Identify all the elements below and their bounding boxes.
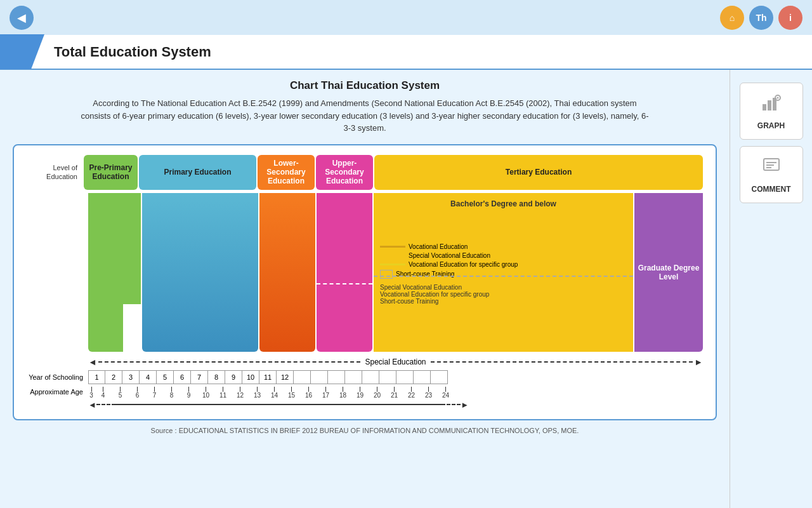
age-17: 17 [317,387,334,399]
year-cell-4: 4 [140,370,157,384]
age-18: 18 [334,387,351,399]
graph-button[interactable]: GRAPH [740,83,803,140]
timeline-arrow-right: ► [461,400,469,410]
graduate-body: Graduate Degree Level [634,193,703,352]
main-content: Chart Thai Education System According to… [0,70,812,508]
header-nav: ⌂ Th i [720,6,802,30]
primary-block: Primary Education [139,155,256,190]
special-edu-dashed-right [431,361,693,363]
level-of-education-label: Level of Education [27,163,84,182]
year-cell-10: 10 [242,370,259,384]
special-edu-bar: ◄ Special Education ► [88,357,703,367]
age-21: 21 [386,387,403,399]
level-header-row: Level of Education Pre-Primary Education… [27,155,703,190]
comment-label: COMMENT [752,185,791,194]
tertiary-block: Tertiary Education [374,155,703,190]
age-14: 14 [266,387,283,399]
vocational-specific-text2: Vocational Education for specific group [380,291,627,298]
vocational-legend: Vocational Education [380,243,627,250]
short-course-text2: Short-couse Training [380,298,627,305]
age-19: 19 [351,387,369,399]
age-label: Approximate Age [27,387,88,396]
age-6: 6 [129,387,146,399]
header: ◀ ⌂ Th i [0,0,812,35]
bachelor-body: Bachelor's Degree and below Vocational E… [374,193,633,352]
age-4: 4 [95,387,112,399]
pre-primary-body [88,193,141,352]
short-course-legend: Short-couse Training [380,270,627,279]
year-cell-6: 6 [174,370,191,384]
special-vocational-legend: Special Vocational Education [380,252,627,259]
vocational-specific-legend: Vocational Education for specific group [380,261,627,268]
year-cell-5: 5 [157,370,174,384]
age-row: Approximate Age 3 4 5 [27,387,703,399]
age-10: 10 [197,387,214,399]
year-cell-8: 8 [208,370,225,384]
info-icon: i [789,13,792,23]
comment-icon [761,156,782,181]
source-text: Source : EDUCATIONAL STATISTICS IN BRIEF… [13,427,717,434]
chart-description: According to The National Education Act … [79,97,650,135]
age-16: 16 [300,387,317,399]
age-20: 20 [369,387,386,399]
home-icon: ⌂ [730,13,735,23]
age-7: 7 [146,387,163,399]
legend-text-area: Special Vocational Education Vocational … [380,284,627,305]
year-label: Year of Schooling [27,373,88,381]
timeline-bar: ◄ ► [88,400,469,410]
year-cell-12: 12 [277,370,294,384]
year-cell-7: 7 [191,370,208,384]
special-education-row: ◄ Special Education ► [27,357,703,367]
special-edu-dashed-left [98,361,361,363]
lower-secondary-body [259,193,315,352]
lower-secondary-block: Lower-Secondary Education [258,155,315,190]
svg-point-4 [776,97,778,98]
upper-secondary-block: Upper-Secondary Education [316,155,373,190]
special-vocational-text: Special Vocational Education [409,252,490,259]
timeline-dashed-end [442,404,461,405]
age-ticks-container: 3 4 5 6 7 [88,387,454,399]
year-cell-11: 11 [259,370,277,384]
age-12: 12 [232,387,249,399]
content-area: Chart Thai Education System According to… [0,70,730,508]
chart-title: Chart Thai Education System [13,79,717,92]
title-decoration [0,34,44,69]
year-cell-empty-4 [345,370,362,384]
age-13: 13 [249,387,266,399]
year-cell-empty-8 [414,370,431,384]
title-bar: Total Education System [0,35,812,70]
tertiary-body: Bachelor's Degree and below Vocational E… [374,193,703,352]
special-education-label: Special Education [362,358,429,366]
th-button[interactable]: Th [749,6,773,30]
special-vocational-text2: Special Vocational Education [380,284,627,291]
info-button[interactable]: i [778,6,802,30]
bachelor-label: Bachelor's Degree and below [380,199,627,208]
chart-container: Level of Education Pre-Primary Education… [13,144,717,420]
year-cells: 1 2 3 4 5 6 7 8 9 10 11 12 [88,370,448,384]
home-button[interactable]: ⌂ [720,6,744,30]
year-cell-3: 3 [122,370,140,384]
year-cell-empty-3 [328,370,345,384]
age-24: 24 [437,387,454,399]
year-cell-empty-2 [311,370,328,384]
upper-secondary-body [317,193,372,352]
special-edu-arrow-left: ◄ [88,357,97,367]
timeline-arrow-left: ◄ [88,400,96,410]
year-cell-9: 9 [225,370,242,384]
body-blocks-row: Bachelor's Degree and below Vocational E… [88,193,703,352]
year-cell-empty-9 [431,370,448,384]
age-11: 11 [214,387,232,399]
timeline-solid [115,404,442,405]
timeline-row: ◄ ► [27,400,703,410]
age-15: 15 [283,387,300,399]
legend-lines: Vocational Education Special Vocational … [380,243,627,279]
age-8: 8 [163,387,180,399]
comment-button[interactable]: COMMENT [740,146,803,203]
svg-rect-1 [768,100,771,110]
year-cell-empty-6 [379,370,396,384]
year-cell-empty-1 [294,370,311,384]
year-cell-2: 2 [105,370,122,384]
svg-rect-0 [763,104,766,110]
back-button[interactable]: ◀ [10,6,34,30]
year-cell-1: 1 [88,370,105,384]
